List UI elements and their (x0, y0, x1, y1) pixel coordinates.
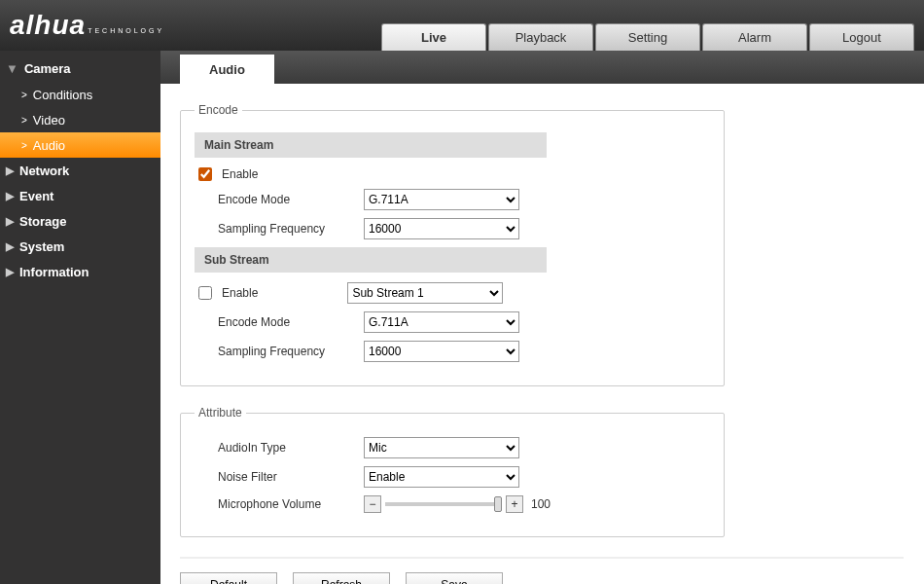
nav-live[interactable]: Live (381, 23, 486, 51)
volume-slider[interactable] (385, 502, 502, 506)
content: Encode Main Stream Enable Encode Mode G.… (160, 84, 924, 584)
header: alhua TECHNOLOGY Live Playback Setting A… (0, 0, 924, 51)
tab-bar: Audio (160, 51, 924, 84)
noise-row: Noise Filter Enable (195, 466, 710, 488)
save-button[interactable]: Save (406, 572, 503, 584)
minus-icon: − (369, 497, 375, 511)
divider (180, 557, 904, 559)
sub-sampling-row: Sampling Frequency 16000 (195, 341, 710, 362)
sub-stream-header: Sub Stream (195, 247, 547, 273)
sub-enable-label: Enable (222, 286, 258, 300)
sidebar-label: Video (33, 113, 65, 128)
triangle-right-icon: ▶ (6, 164, 14, 177)
volume-minus-button[interactable]: − (364, 495, 381, 513)
encode-fieldset: Encode Main Stream Enable Encode Mode G.… (180, 103, 725, 386)
triangle-right-icon: ▶ (6, 215, 14, 228)
sub-sampling-label: Sampling Frequency (195, 345, 340, 358)
sidebar-item-event[interactable]: ▶ Event (0, 183, 160, 208)
triangle-down-icon: ▼ (6, 61, 18, 76)
sidebar-label: System (19, 239, 64, 254)
mic-volume-row: Microphone Volume − + 100 (195, 495, 710, 513)
logo-subtext: TECHNOLOGY (88, 27, 164, 34)
volume-plus-button[interactable]: + (506, 495, 523, 513)
sidebar-item-information[interactable]: ▶ Information (0, 259, 160, 284)
refresh-button[interactable]: Refresh (293, 572, 390, 584)
sidebar-item-camera[interactable]: ▼ Camera (0, 55, 160, 82)
audioin-label: AudioIn Type (195, 441, 340, 455)
nav-alarm[interactable]: Alarm (702, 23, 807, 51)
chevron-right-icon: > (21, 140, 27, 151)
chevron-right-icon: > (21, 115, 27, 126)
sidebar-item-network[interactable]: ▶ Network (0, 158, 160, 183)
attribute-fieldset: Attribute AudioIn Type Mic Noise Filter … (180, 406, 725, 537)
nav-playback[interactable]: Playback (488, 23, 593, 51)
encode-legend: Encode (195, 103, 242, 117)
noise-select[interactable]: Enable (364, 466, 519, 488)
main-sampling-select[interactable]: 16000 (364, 218, 519, 239)
slider-thumb[interactable] (494, 496, 502, 512)
sidebar-item-conditions[interactable]: > Conditions (0, 82, 160, 107)
main-encode-mode-select[interactable]: G.711A (364, 189, 519, 210)
nav-setting[interactable]: Setting (595, 23, 700, 51)
main-sampling-label: Sampling Frequency (195, 222, 340, 236)
sub-enable-checkbox[interactable] (198, 286, 212, 300)
main-panel: Audio Encode Main Stream Enable Encode M… (160, 51, 924, 584)
sidebar-label: Storage (19, 214, 66, 229)
noise-label: Noise Filter (195, 470, 340, 484)
top-nav: Live Playback Setting Alarm Logout (381, 23, 914, 51)
sub-stream-select[interactable]: Sub Stream 1 (347, 282, 503, 304)
triangle-right-icon: ▶ (6, 190, 14, 202)
audioin-row: AudioIn Type Mic (195, 437, 710, 458)
sidebar-item-audio[interactable]: > Audio (0, 132, 160, 158)
main-stream-header: Main Stream (195, 132, 547, 158)
sub-enable-row: Enable Sub Stream 1 (195, 282, 710, 304)
sidebar-label: Network (19, 164, 69, 178)
attribute-legend: Attribute (195, 406, 246, 420)
button-row: Default Refresh Save (180, 572, 905, 584)
mic-volume-label: Microphone Volume (195, 497, 340, 511)
sidebar-item-video[interactable]: > Video (0, 107, 160, 132)
plus-icon: + (511, 497, 517, 511)
sub-sampling-select[interactable]: 16000 (364, 341, 519, 362)
sidebar-item-system[interactable]: ▶ System (0, 234, 160, 259)
triangle-right-icon: ▶ (6, 266, 14, 278)
main-sampling-row: Sampling Frequency 16000 (195, 218, 710, 239)
main-encode-mode-row: Encode Mode G.711A (195, 189, 710, 210)
main-enable-checkbox[interactable] (198, 167, 212, 181)
triangle-right-icon: ▶ (6, 240, 14, 253)
sidebar-label: Camera (24, 61, 71, 76)
main-encode-mode-label: Encode Mode (195, 193, 340, 206)
tab-audio[interactable]: Audio (180, 55, 274, 84)
main-enable-row: Enable (195, 167, 710, 181)
sidebar-label: Conditions (33, 88, 92, 102)
volume-value: 100 (531, 497, 551, 511)
nav-logout[interactable]: Logout (809, 23, 914, 51)
sidebar-label: Information (19, 265, 89, 279)
sidebar: ▼ Camera > Conditions > Video > Audio ▶ … (0, 51, 160, 584)
sidebar-label: Audio (33, 138, 65, 153)
sidebar-label: Event (19, 189, 53, 203)
audioin-select[interactable]: Mic (364, 437, 519, 458)
main-enable-label: Enable (222, 167, 258, 181)
logo-text: alhua (10, 10, 86, 41)
logo: alhua TECHNOLOGY (10, 10, 164, 41)
chevron-right-icon: > (21, 90, 27, 100)
sub-encode-mode-row: Encode Mode G.711A (195, 311, 710, 333)
sub-encode-mode-select[interactable]: G.711A (364, 311, 519, 333)
sidebar-item-storage[interactable]: ▶ Storage (0, 208, 160, 234)
default-button[interactable]: Default (180, 572, 277, 584)
sub-encode-mode-label: Encode Mode (195, 315, 340, 329)
